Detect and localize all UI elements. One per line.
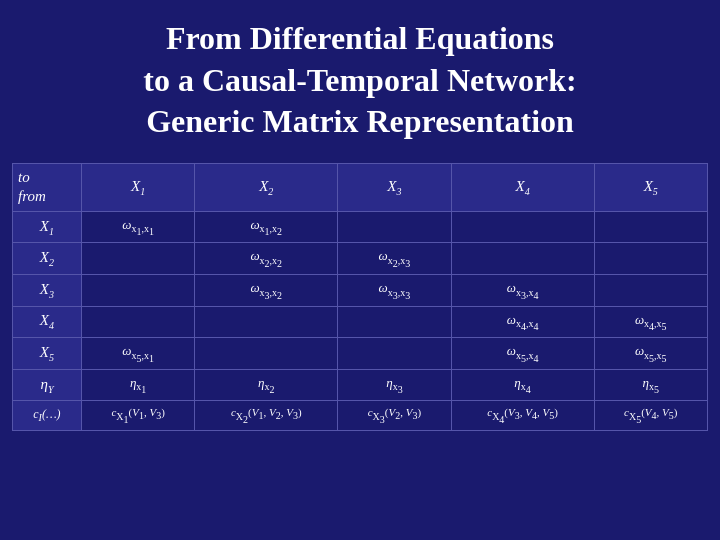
cell-x2-x3: ωx2,x3	[338, 243, 451, 275]
cell-x1-x1: ωx1,x1	[81, 211, 194, 243]
cell-eta-x2: ηx2	[195, 369, 338, 401]
cell-eta-x5: ηx5	[594, 369, 707, 401]
cell-x1-x3	[338, 211, 451, 243]
cell-x1-x2: ωx1,x2	[195, 211, 338, 243]
cell-x1-x4	[451, 211, 594, 243]
cell-x5-x3	[338, 338, 451, 370]
cell-x4-x5: ωx4,x5	[594, 306, 707, 338]
cell-x1-x5	[594, 211, 707, 243]
matrix-table: to from X1 X2 X3 X4 X5 X1 ωx1,x1 ωx1,x2 …	[12, 163, 708, 431]
row-label-x2: X2	[13, 243, 82, 275]
col-header-x2: X2	[195, 163, 338, 211]
title-text: From Differential Equations to a Causal-…	[40, 18, 680, 143]
table-row: cI(…) cX1(V1, V3) cX2(V1, V2, V3) cX3(V2…	[13, 401, 708, 430]
cell-eta-x1: ηx1	[81, 369, 194, 401]
title-section: From Differential Equations to a Causal-…	[0, 0, 720, 163]
cell-ci-x3: cX3(V2, V3)	[338, 401, 451, 430]
col-header-x3: X3	[338, 163, 451, 211]
col-header-x5: X5	[594, 163, 707, 211]
cell-x4-x2	[195, 306, 338, 338]
cell-x4-x3	[338, 306, 451, 338]
table-row: X1 ωx1,x1 ωx1,x2	[13, 211, 708, 243]
table-row: X5 ωx5,x1 ωx5,x4 ωx5,x5	[13, 338, 708, 370]
cell-x5-x4: ωx5,x4	[451, 338, 594, 370]
cell-eta-x3: ηx3	[338, 369, 451, 401]
cell-x2-x5	[594, 243, 707, 275]
row-label-x5: X5	[13, 338, 82, 370]
col-header-x1: X1	[81, 163, 194, 211]
cell-x3-x5	[594, 274, 707, 306]
cell-x2-x1	[81, 243, 194, 275]
table-row: X3 ωx3,x2 ωx3,x3 ωx3,x4	[13, 274, 708, 306]
table-row: X2 ωx2,x2 ωx2,x3	[13, 243, 708, 275]
row-label-x4: X4	[13, 306, 82, 338]
cell-x4-x1	[81, 306, 194, 338]
to-from-cell: to from	[13, 163, 82, 211]
cell-x2-x4	[451, 243, 594, 275]
table-row: X4 ωx4,x4 ωx4,x5	[13, 306, 708, 338]
cell-x5-x1: ωx5,x1	[81, 338, 194, 370]
cell-x3-x1	[81, 274, 194, 306]
cell-x3-x2: ωx3,x2	[195, 274, 338, 306]
header-row: to from X1 X2 X3 X4 X5	[13, 163, 708, 211]
row-label-eta: ηY	[13, 369, 82, 401]
cell-x2-x2: ωx2,x2	[195, 243, 338, 275]
table-row: ηY ηx1 ηx2 ηx3 ηx4 ηx5	[13, 369, 708, 401]
table-container: to from X1 X2 X3 X4 X5 X1 ωx1,x1 ωx1,x2 …	[0, 163, 720, 431]
cell-ci-x2: cX2(V1, V2, V3)	[195, 401, 338, 430]
cell-x3-x4: ωx3,x4	[451, 274, 594, 306]
row-label-ci: cI(…)	[13, 401, 82, 430]
row-label-x3: X3	[13, 274, 82, 306]
cell-ci-x1: cX1(V1, V3)	[81, 401, 194, 430]
cell-eta-x4: ηx4	[451, 369, 594, 401]
cell-x3-x3: ωx3,x3	[338, 274, 451, 306]
cell-x5-x5: ωx5,x5	[594, 338, 707, 370]
col-header-x4: X4	[451, 163, 594, 211]
cell-ci-x5: cX5(V4, V5)	[594, 401, 707, 430]
cell-x5-x2	[195, 338, 338, 370]
cell-ci-x4: cX4(V3, V4, V5)	[451, 401, 594, 430]
row-label-x1: X1	[13, 211, 82, 243]
cell-x4-x4: ωx4,x4	[451, 306, 594, 338]
